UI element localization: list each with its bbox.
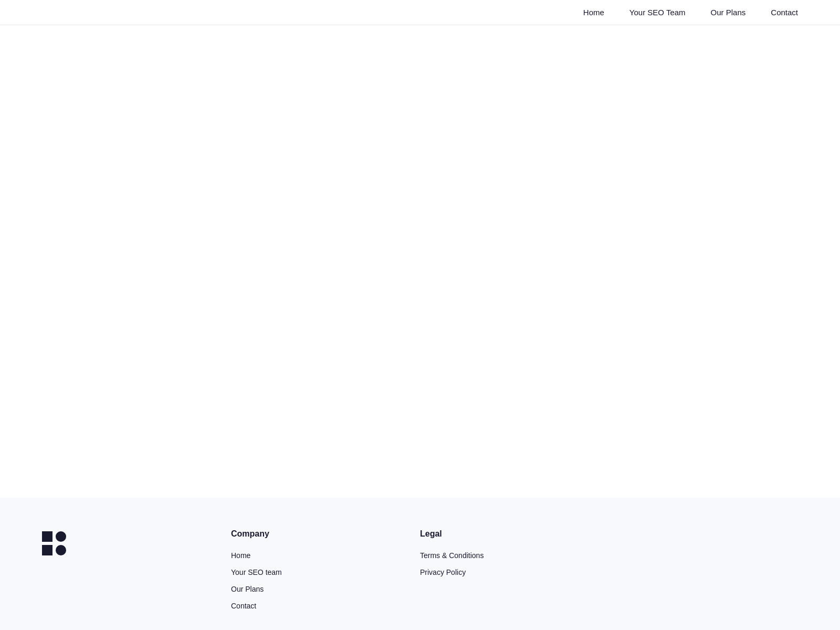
logo-circle-bottomright xyxy=(56,545,66,555)
main-content xyxy=(0,25,840,498)
footer-link-home[interactable]: Home xyxy=(231,551,420,560)
nav-our-plans[interactable]: Our Plans xyxy=(711,8,746,17)
site-header: Home Your SEO Team Our Plans Contact xyxy=(0,0,840,25)
footer-company-links: Home Your SEO team Our Plans Contact xyxy=(231,551,420,610)
footer-company-col: Company Home Your SEO team Our Plans Con… xyxy=(231,529,420,610)
site-footer: Company Home Your SEO team Our Plans Con… xyxy=(0,498,840,630)
footer-link-contact[interactable]: Contact xyxy=(231,602,420,610)
footer-link-our-plans[interactable]: Our Plans xyxy=(231,585,420,593)
footer-company-heading: Company xyxy=(231,529,420,539)
footer-link-seo-team[interactable]: Your SEO team xyxy=(231,568,420,576)
main-nav: Home Your SEO Team Our Plans Contact xyxy=(583,8,798,17)
footer-legal-links: Terms & Conditions Privacy Policy xyxy=(420,551,609,576)
nav-your-seo-team[interactable]: Your SEO Team xyxy=(629,8,686,17)
footer-link-terms[interactable]: Terms & Conditions xyxy=(420,551,609,560)
logo-square-bottomleft xyxy=(42,545,52,555)
footer-link-privacy[interactable]: Privacy Policy xyxy=(420,568,609,576)
logo-square-topleft xyxy=(42,531,52,542)
logo-circle-topright xyxy=(56,531,66,542)
nav-contact[interactable]: Contact xyxy=(771,8,798,17)
footer-legal-col: Legal Terms & Conditions Privacy Policy xyxy=(420,529,609,610)
logo-grid xyxy=(42,531,66,555)
nav-home[interactable]: Home xyxy=(583,8,604,17)
footer-spacer xyxy=(609,529,798,610)
footer-logo xyxy=(42,529,231,610)
footer-legal-heading: Legal xyxy=(420,529,609,539)
